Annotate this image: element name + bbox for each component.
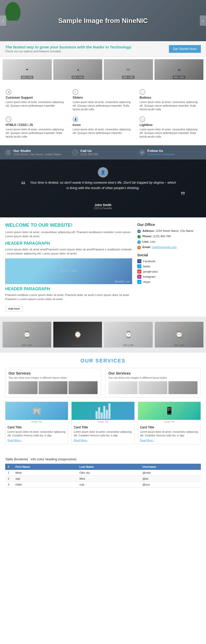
feature-customer-support: ⚙ Customer Support Lorem ipsum dolor sit… [3,87,70,114]
sidebar-email: ✉ Email: mail@example.com [137,245,201,249]
testimonial-name: John Smith [15,203,191,207]
testimonial-avatar: 👤 [98,167,108,177]
services-grid: Our Services You can show your images in… [5,368,201,397]
welcome-label: WELCOME [5,223,29,228]
service-img-1c[interactable] [68,381,98,394]
card-text-1: Lorem ipsum dolor sit amet, consectetur … [7,430,66,437]
grid-image-2[interactable]: 🔌 600 x 500 [53,59,102,80]
table-title: Table Bordered : info color heading (res… [5,457,201,461]
table-section: Table Bordered : info color heading (res… [0,452,206,493]
grid-image-1[interactable]: 💻 600 x 500 [3,59,52,80]
service-img-2c[interactable] [168,381,198,394]
card-title-1: Card Title [7,426,66,429]
card-img-1: 🏢 [5,402,68,420]
content-image-brand: NineNIC.com [115,280,130,283]
grid-image-label-4: 600 x 500 [173,76,185,79]
bar-6 [108,403,110,419]
card-img-label-1: Image Top [5,420,68,423]
card-link-3[interactable]: Read More › [140,439,154,442]
feature-title-5: Icons [73,123,133,127]
grid-image-3[interactable]: ⌨ 600 x 500 [104,59,153,80]
header1-label: HEADER [5,241,23,245]
card-link-2[interactable]: Read More › [74,439,88,442]
social-skype[interactable]: s skype [137,280,201,284]
services-section: OUR SERVICES Our Services You can show y… [0,353,206,452]
row1-firstname: Mark [13,470,77,476]
googleplus-label: google-plus [143,270,158,273]
service-card-title-1: Our Services [8,371,98,375]
service-card-sub-1: You can show your images in different la… [8,376,98,379]
content-image: 1170 x 450 NineNIC.com [5,258,132,284]
table-row: 3 Hello nub. @yun [5,481,201,487]
service-card-sub-2: You can show your images in different la… [108,376,198,379]
bar-2 [98,407,100,419]
watch-label-4: 600 x 500 [174,344,184,346]
testimonial-role: CEO & Founder [15,207,191,210]
card-img-3: 📱 [138,402,201,420]
feature-card-2: Image Top Card Title Lorem ipsum dolor s… [71,402,134,444]
service-card-title-2: Our Services [108,371,198,375]
header-para-2: HEADER PARAGRAPH [5,287,132,291]
get-started-button[interactable]: Get Started Now! [169,45,201,53]
service-images-2 [108,381,198,394]
studio-icon: 📍 [5,149,11,156]
watch-item-1[interactable]: ⌚ 600 x 500 [3,322,51,348]
hero-prev-button[interactable]: ‹ [0,15,6,26]
instagram-icon: in [137,275,141,279]
office-title: Our Office [137,223,201,227]
follow-title: Follow Us [147,149,175,153]
twitter-label: twitter [143,265,150,268]
feature-cards-row: 🏢 Image Top Card Title Lorem ipsum dolor… [5,402,201,447]
service-images-1 [8,381,98,394]
card-img-label-2: Image Top [72,420,134,423]
card-link-1[interactable]: Read More › [7,439,22,442]
card-title-2: Card Title [74,426,132,429]
follow-links[interactable]: Facebook / Instagram [147,153,175,156]
feature-text-4: Lorem ipsum dolor sit amet, consectetur … [6,128,66,139]
row1-lastname: Otto city [77,470,140,476]
buttons-icon: □ [140,89,145,95]
email-text: Email: mail@example.com [142,245,177,249]
social-twitter[interactable]: t twitter [137,264,201,268]
facebook-icon: f [137,259,141,263]
cta-text: The fastest way to grow your business wi… [5,45,131,49]
feature-title-1: Customer Support [6,96,66,99]
service-img-1b[interactable] [39,381,68,394]
phone-text: Phone: (123) 456-789 [142,235,170,238]
row2-username: @an [140,476,201,481]
row3-username: @yun [140,481,201,487]
googleplus-icon: g+ [137,269,141,274]
table-header-row: # First Name Last Name Username [5,464,201,470]
feature-text-2: Lorem ipsum dolor sit amet, consectetur … [73,100,133,111]
watch-item-3[interactable]: ⌚ 600 x 500 [104,322,153,348]
grid-image-4[interactable]: 📺 600 x 500 [154,59,204,80]
welcome-title: WELCOME TO OUR WEBSITE! [5,223,132,228]
service-card-1: Our Services You can show your images in… [5,368,101,397]
row1-num: 1 [5,470,13,476]
bar-4 [103,406,105,419]
info-bar: 📍 Our Studio 1234 Street, City Name, Uni… [0,145,206,159]
service-img-1a[interactable] [8,381,38,394]
feature-sliders: ≡ Sliders Lorem ipsum dolor sit amet, co… [70,87,136,114]
service-img-2b[interactable] [139,381,168,394]
cta-highlight: Technology [110,45,131,49]
row2-num: 2 [5,476,13,481]
card-body-2: Card Title Lorem ipsum dolor sit amet, c… [72,423,134,444]
info-call: 📞 Call Us (123) 456-789 [72,149,134,156]
cta-banner: The fastest way to grow your business wi… [0,41,206,57]
welcome-text: Lorem ipsum dolor sit amet, consectetuer… [5,230,132,239]
social-facebook[interactable]: f Facebook [137,259,201,263]
watch-icon-3: ⌚ [125,331,132,338]
service-img-2a[interactable] [108,381,138,394]
email-link[interactable]: mail@example.com [152,245,177,249]
hero-next-button[interactable]: › [200,15,206,26]
watch-item-2[interactable]: ⌚ 600 x 500 [53,322,102,348]
social-instagram[interactable]: in Instagram [137,275,201,279]
read-more-button[interactable]: read more [5,306,23,311]
social-googleplus[interactable]: g+ google-plus [137,269,201,274]
quote-open-icon: ❝ [21,180,25,189]
welcome-rest: TO OUR WEBSITE! [31,223,73,228]
feature-buttons: □ Buttons Lorem ipsum dolor sit amet, co… [136,87,203,114]
line-text: Line: Line [142,240,155,243]
watch-item-4[interactable]: ⌚ 600 x 500 [155,322,203,348]
